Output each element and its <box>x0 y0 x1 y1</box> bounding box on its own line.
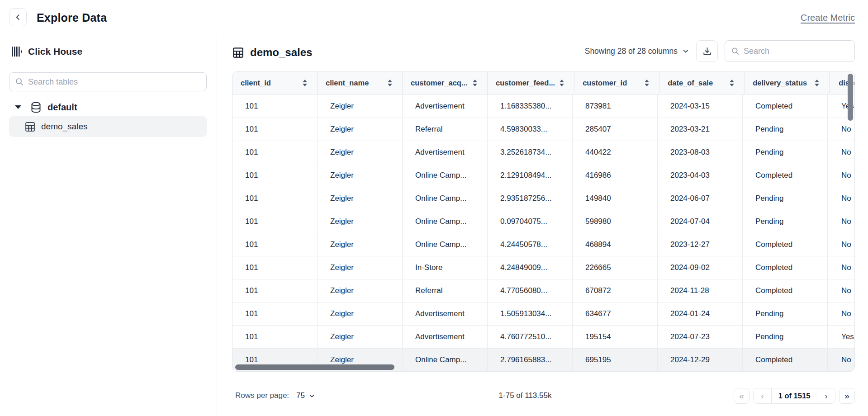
table-search-box <box>725 40 855 62</box>
page-indicator: 1 of 1515 <box>772 388 817 403</box>
main-panel: demo_sales Showing 28 of 28 columns <box>218 36 868 416</box>
table-cell: 101 <box>232 95 318 118</box>
column-header-customer-feed[interactable]: customer_feed... <box>488 72 574 94</box>
table-row[interactable]: 101ZeiglerOnline Camp...2.935187256...14… <box>232 187 854 210</box>
table-cell: 2.129108494... <box>488 164 573 187</box>
table-row[interactable]: 101ZeiglerAdvertisement1.505913034...634… <box>232 302 854 325</box>
table-cell: No <box>828 118 855 141</box>
prev-page-button[interactable]: ‹ <box>754 388 772 403</box>
table-cell: In-Store <box>403 256 488 279</box>
column-label: client_name <box>326 79 369 87</box>
rows-per-page-value: 75 <box>296 391 305 400</box>
create-metric-link[interactable]: Create Metric <box>801 0 855 35</box>
table-cell: 2024-03-15 <box>658 95 743 118</box>
database-icon <box>30 101 42 113</box>
table-row[interactable]: 101ZeiglerIn-Store4.24849009...226665202… <box>232 256 854 279</box>
table-cell: Pending <box>743 326 828 348</box>
table-cell: 2.796165883... <box>488 349 573 371</box>
table-title: demo_sales <box>250 46 312 59</box>
column-label: delivery_status <box>753 79 807 87</box>
sort-icon[interactable] <box>303 80 307 86</box>
rows-per-page-select[interactable]: 75 <box>296 391 315 400</box>
download-button[interactable] <box>696 40 718 62</box>
page-stepper: ‹ 1 of 1515 › <box>753 388 835 404</box>
sort-asc-icon <box>388 80 392 82</box>
sort-icon[interactable] <box>388 80 392 86</box>
datasource-header: Click House <box>11 46 82 57</box>
table-cell: Zeigler <box>318 164 403 187</box>
table-cell: Completed <box>743 256 828 279</box>
sidebar-item-table-demo-sales[interactable]: demo_sales <box>9 116 207 137</box>
table-cell: Completed <box>743 349 828 371</box>
caret-down-icon[interactable] <box>15 105 21 109</box>
table-cell: Yes <box>828 326 855 348</box>
page-title: Explore Data <box>37 0 107 35</box>
table-row[interactable]: 101ZeiglerReferral4.77056080...670872202… <box>232 279 854 302</box>
table-cell: Completed <box>743 279 828 302</box>
sort-desc-icon <box>303 84 307 86</box>
search-tables-input[interactable] <box>28 77 201 87</box>
first-page-button[interactable]: « <box>734 388 749 404</box>
table-cell: No <box>828 349 855 371</box>
sort-icon[interactable] <box>815 80 819 86</box>
table-row[interactable]: 101ZeiglerOnline Camp...2.129108494...41… <box>232 164 854 187</box>
sort-icon[interactable] <box>730 80 734 86</box>
table-row[interactable]: 101ZeiglerReferral4.59830033...285407202… <box>232 118 854 141</box>
column-header-delivery-status[interactable]: delivery_status <box>745 72 830 94</box>
table-cell: 101 <box>232 233 318 256</box>
table-icon <box>232 47 244 59</box>
table-cell: 2023-08-03 <box>658 141 743 164</box>
column-header-customer-id[interactable]: customer_id <box>574 72 659 94</box>
table-cell: 2024-07-23 <box>658 326 743 348</box>
table-cell: 101 <box>232 326 318 348</box>
table-cell: 634677 <box>573 303 658 325</box>
table-cell: No <box>828 256 855 279</box>
table-cell: No <box>828 187 855 210</box>
columns-visibility-dropdown[interactable]: Showing 28 of 28 columns <box>585 47 689 56</box>
table-cell: Zeigler <box>318 95 403 118</box>
table-cell: 468894 <box>573 233 658 256</box>
table-cell: 4.760772510... <box>488 326 573 348</box>
table-header-row: client_idclient_namecustomer_acq...custo… <box>232 72 854 95</box>
table-row[interactable]: 101ZeiglerAdvertisement3.252618734...440… <box>232 141 854 164</box>
table-cell: Zeigler <box>318 256 403 279</box>
table-row[interactable]: 101ZeiglerAdvertisement4.760772510...195… <box>232 325 854 348</box>
sort-icon[interactable] <box>473 80 477 86</box>
table-cell: 101 <box>232 210 318 233</box>
last-page-button[interactable]: » <box>839 388 855 404</box>
table-row[interactable]: 101ZeiglerOnline Camp...4.24450578...468… <box>232 233 854 256</box>
table-cell: Zeigler <box>318 233 403 256</box>
table-body: 101ZeiglerAdvertisement1.168335380...873… <box>232 95 854 371</box>
table-row[interactable]: 101ZeiglerAdvertisement1.168335380...873… <box>232 95 854 118</box>
table-cell: Pending <box>743 141 828 164</box>
table-cell: 226665 <box>573 256 658 279</box>
table-cell: Zeigler <box>318 210 403 233</box>
table-search-input[interactable] <box>744 47 849 56</box>
table-cell: 4.59830033... <box>488 118 573 141</box>
vertical-scrollbar-thumb[interactable] <box>848 74 853 121</box>
table-cell: Referral <box>403 118 488 141</box>
table-row[interactable]: 101ZeiglerOnline Camp...0.09704075...598… <box>232 210 854 233</box>
sort-icon[interactable] <box>645 80 649 86</box>
table-footer: Rows per page: 75 1-75 of 113.55k « ‹ 1 … <box>232 386 855 405</box>
sidebar-search-box <box>9 72 207 91</box>
column-header-date-of-sale[interactable]: date_of_sale <box>659 72 745 94</box>
table-cell: 2024-07-04 <box>658 210 743 233</box>
horizontal-scrollbar-thumb[interactable] <box>235 364 394 370</box>
table-cell: 873981 <box>573 95 658 118</box>
sidebar-item-database-default[interactable]: default <box>0 99 217 115</box>
table-cell: 2024-06-07 <box>658 187 743 210</box>
sort-asc-icon <box>645 80 649 82</box>
back-button[interactable] <box>9 8 27 26</box>
column-header-client-name[interactable]: client_name <box>318 72 403 94</box>
next-page-button[interactable]: › <box>817 388 835 403</box>
column-label: customer_id <box>583 79 627 87</box>
chevron-down-icon <box>308 392 315 399</box>
column-header-customer-acq[interactable]: customer_acq... <box>403 72 488 94</box>
table-cell: Online Camp... <box>403 187 488 210</box>
data-table: client_idclient_namecustomer_acq...custo… <box>232 71 855 372</box>
columns-summary-label: Showing 28 of 28 columns <box>585 47 678 56</box>
column-header-client-id[interactable]: client_id <box>232 72 318 94</box>
table-cell: 101 <box>232 187 318 210</box>
sort-icon[interactable] <box>560 80 564 86</box>
